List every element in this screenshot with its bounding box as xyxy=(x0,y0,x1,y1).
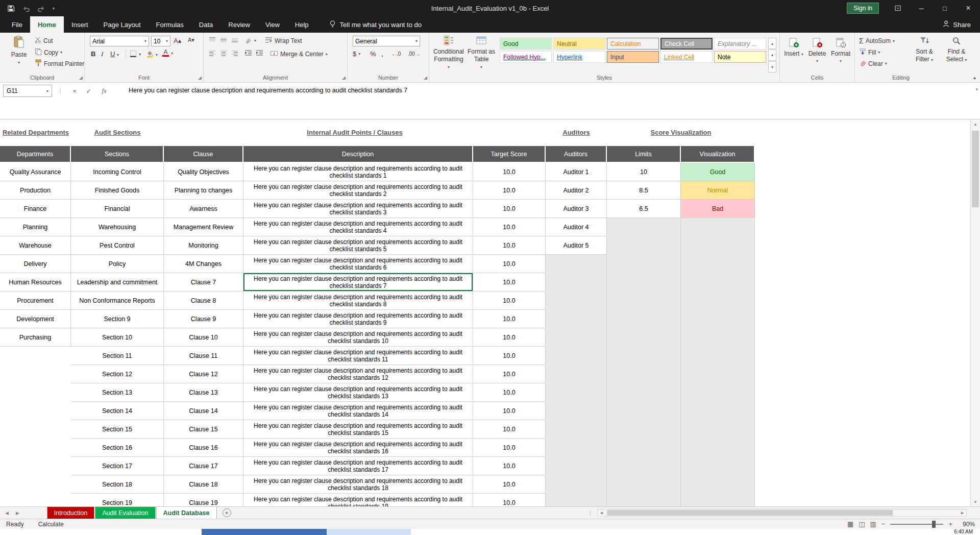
department-cell[interactable]: Procurement xyxy=(0,291,71,310)
target-score-cell[interactable]: 10.0 xyxy=(473,383,546,402)
zoom-in-icon[interactable]: + xyxy=(948,520,952,528)
section-cell[interactable]: Non Conformance Reports xyxy=(71,291,164,310)
font-color-dropdown-icon[interactable]: ▾ xyxy=(171,51,173,56)
ribbon-tab[interactable]: File xyxy=(4,16,30,33)
name-box-splitter-icon[interactable]: ⋮ xyxy=(54,85,66,97)
clause-cell[interactable]: Clause 10 xyxy=(164,328,243,347)
redo-icon[interactable] xyxy=(37,5,45,12)
ribbon-tab[interactable]: Review xyxy=(220,16,258,33)
link-related-departments[interactable]: Related Departments xyxy=(3,129,69,136)
spreadsheet[interactable]: Related Departments Audit Sections Inter… xyxy=(0,119,970,506)
percent-style-button[interactable]: % xyxy=(370,50,376,58)
description-cell[interactable]: Here you can register clause description… xyxy=(243,200,473,218)
limit-cell[interactable]: 6.5 xyxy=(607,200,681,218)
increase-indent-icon[interactable] xyxy=(256,50,263,56)
undo-icon[interactable] xyxy=(22,5,30,12)
format-cells-button[interactable]: Format ▾ xyxy=(830,37,851,64)
increase-font-icon[interactable]: A▴ xyxy=(174,37,181,44)
section-cell[interactable]: Section 18 xyxy=(71,475,164,494)
target-score-cell[interactable]: 10.0 xyxy=(473,365,546,383)
find-select-button[interactable]: Find & Select ▾ xyxy=(942,36,971,63)
department-cell[interactable]: Production xyxy=(0,181,71,200)
clause-cell[interactable]: Monitoring xyxy=(164,236,243,255)
conditional-formatting-dropdown-icon[interactable]: ▾ xyxy=(448,64,450,70)
sort-filter-dropdown-icon[interactable]: ▾ xyxy=(931,58,933,62)
auditor-cell[interactable]: Auditor 2 xyxy=(546,181,607,200)
section-cell[interactable]: Incoming Control xyxy=(71,163,164,181)
formula-bar-expand-icon[interactable]: ▾ xyxy=(975,87,978,92)
clipboard-dialog-launcher[interactable]: ◢ xyxy=(79,75,83,80)
comma-style-button[interactable]: , xyxy=(381,49,383,58)
maximize-button[interactable]: □ xyxy=(933,0,957,16)
sort-filter-button[interactable]: Sort & Filter ▾ xyxy=(910,36,939,63)
underline-button[interactable]: U xyxy=(110,50,115,58)
section-cell[interactable]: Leadership and commitment xyxy=(71,273,164,291)
formula-input[interactable]: Here you can register clause description… xyxy=(129,87,965,94)
department-cell[interactable]: Warehouse xyxy=(0,236,71,255)
clause-cell[interactable]: Clause 8 xyxy=(164,291,243,310)
clause-cell[interactable]: Planning to changes xyxy=(164,181,243,200)
sheet-tab[interactable]: Audit Evaluation xyxy=(95,507,155,519)
clause-cell[interactable]: Clause 15 xyxy=(164,420,243,439)
description-cell[interactable]: Here you can register clause description… xyxy=(243,475,473,494)
cell-style-swatch[interactable]: Check Cell xyxy=(660,38,713,50)
department-cell[interactable]: Finance xyxy=(0,200,71,218)
horizontal-scroll-thumb[interactable] xyxy=(607,510,893,516)
cell-style-swatch[interactable]: Neutral xyxy=(553,38,605,50)
fill-button[interactable]: Fill ▾ xyxy=(859,48,880,57)
fill-color-button[interactable]: ▾ xyxy=(146,50,158,59)
share-button[interactable]: Share xyxy=(933,16,980,33)
department-cell[interactable]: Planning xyxy=(0,218,71,236)
visualization-cell[interactable]: Bad xyxy=(681,200,755,218)
target-score-cell[interactable]: 10.0 xyxy=(473,347,546,365)
align-top-icon[interactable] xyxy=(209,37,216,43)
header-clause[interactable]: Clause xyxy=(164,146,243,163)
gallery-more-icon[interactable]: ▾̇ xyxy=(768,61,776,72)
cut-button[interactable]: Cut xyxy=(35,37,53,45)
target-score-cell[interactable]: 10.0 xyxy=(473,255,546,273)
cell-style-swatch[interactable]: Calculation xyxy=(607,38,659,50)
fill-color-dropdown-icon[interactable]: ▾ xyxy=(156,53,158,57)
description-cell[interactable]: Here you can register clause description… xyxy=(243,439,473,457)
auditor-cell[interactable]: Auditor 3 xyxy=(546,200,607,218)
cell-style-swatch[interactable]: Linked Cell xyxy=(660,51,713,63)
tab-splitter-icon[interactable]: ⋮ xyxy=(587,509,593,516)
clause-cell[interactable]: Clause 7 xyxy=(164,273,243,291)
format-painter-button[interactable]: Format Painter xyxy=(35,59,84,68)
font-size-combo[interactable]: 10▾ xyxy=(151,36,170,46)
fill-dropdown-icon[interactable]: ▾ xyxy=(878,50,880,55)
gallery-scroll-up-icon[interactable]: ▴ xyxy=(768,38,776,49)
cell-style-swatch[interactable]: Hyperlink xyxy=(553,51,605,63)
collapse-ribbon-icon[interactable]: ▴ xyxy=(973,75,976,80)
autosum-button[interactable]: Σ AutoSum ▾ xyxy=(859,37,895,45)
scroll-right-icon[interactable]: ▶ xyxy=(959,509,966,516)
description-cell[interactable]: Here you can register clause description… xyxy=(243,328,473,347)
paste-dropdown-icon[interactable]: ▾ xyxy=(18,59,20,66)
target-score-cell[interactable]: 10.0 xyxy=(473,236,546,255)
increase-decimal-button[interactable]: ←.0 xyxy=(391,51,401,57)
insert-function-icon[interactable]: fx xyxy=(98,85,110,97)
enter-icon[interactable]: ✓ xyxy=(83,85,95,97)
description-cell[interactable]: Here you can register clause description… xyxy=(243,236,473,255)
department-cell[interactable]: Delivery xyxy=(0,255,71,273)
target-score-cell[interactable]: 10.0 xyxy=(473,328,546,347)
description-cell[interactable]: Here you can register clause description… xyxy=(243,163,473,181)
zoom-out-icon[interactable]: − xyxy=(881,520,886,528)
department-cell[interactable]: Quality Assurance xyxy=(0,163,71,181)
description-cell[interactable]: Here you can register clause description… xyxy=(243,255,473,273)
format-dropdown-icon[interactable]: ▾ xyxy=(840,59,842,63)
decrease-decimal-button[interactable]: .00→ xyxy=(408,51,420,57)
clause-cell[interactable]: Clause 14 xyxy=(164,402,243,420)
orientation-dropdown-icon[interactable]: ▾ xyxy=(254,38,256,43)
auditor-cell[interactable]: Auditor 4 xyxy=(546,218,607,236)
delete-dropdown-icon[interactable]: ▾ xyxy=(816,59,818,63)
decrease-indent-icon[interactable] xyxy=(244,50,252,56)
auditor-cell[interactable]: Auditor 1 xyxy=(546,163,607,181)
description-cell[interactable]: Here you can register clause description… xyxy=(243,402,473,420)
header-sections[interactable]: Sections xyxy=(71,146,164,163)
currency-button[interactable]: $▾ xyxy=(353,50,360,58)
description-cell[interactable]: Here you can register clause description… xyxy=(243,310,473,328)
font-name-dropdown-icon[interactable]: ▾ xyxy=(144,39,146,43)
description-cell[interactable]: Here you can register clause description… xyxy=(243,218,473,236)
section-cell[interactable]: Section 10 xyxy=(71,328,164,347)
